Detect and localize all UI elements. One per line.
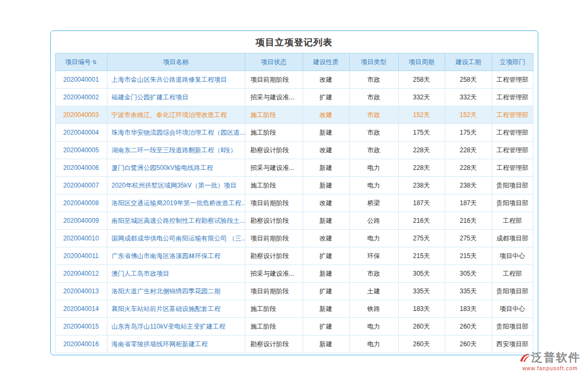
cell-dept: 工程部 [492,212,533,230]
cell-duration: 228天 [445,142,492,159]
table-row[interactable]: 2020040016海南省零陵拱墙线环网柜新建工程勘察设计阶段新建电力260天2… [55,336,533,353]
cell-name[interactable]: 宁波市余姚江、奉化江环境治理改造工程 [107,106,245,124]
cell-type: 市政 [349,142,398,159]
cell-name[interactable]: 湖南东二环一段至三段道路翻新工程（Ⅱ段） [107,142,245,159]
table-row[interactable]: 2020040011广东省佛山市南海区洛溪园林环保工程勘察设计阶段扩建环保215… [55,247,533,265]
cell-name[interactable]: 2020年杭州拱墅区域网35kV（第一批）项目 [107,177,245,194]
cell-name[interactable]: 国网成都成华供电公司南阳运输有限公司 （三... [107,230,245,247]
cell-name[interactable]: 洛阳区交通运输局2019年第一批危桥改造工程... [107,194,245,212]
cell-name[interactable]: 澳门人工岛市政项目 [107,265,245,283]
brand-name: 泛普软件 [531,350,581,365]
cell-code[interactable]: 2020040006 [55,159,107,177]
project-list-panel: 项目立项登记列表 项目编号⇅项目名称项目状态建设性质项目类型项目周期建设工期立项… [50,30,538,355]
cell-dept: 项目中心 [492,300,533,318]
column-header-status[interactable]: 项目状态 [245,53,303,71]
table-row[interactable]: 2020040005湖南东二环一段至三段道路翻新工程（Ⅱ段）勘察设计阶段改建市政… [55,142,533,159]
cell-duration: 332天 [445,89,492,106]
table-header-row: 项目编号⇅项目名称项目状态建设性质项目类型项目周期建设工期立项部门 [55,53,533,71]
cell-status: 招采与建设准... [245,159,303,177]
cell-nature: 新建 [303,300,349,318]
table-row[interactable]: 2020040014襄阳火车站站前片区基础设施配套工程施工阶段新建铁路183天1… [55,300,533,318]
cell-status: 项目前期阶段 [245,71,303,89]
cell-code[interactable]: 2020040007 [55,177,107,194]
cell-type: 环保 [349,247,398,265]
cell-dept: 贵阳项目部 [492,283,533,300]
cell-duration: 238天 [445,177,492,194]
cell-code[interactable]: 2020040003 [55,106,107,124]
cell-code[interactable]: 2020040016 [55,336,107,353]
cell-type: 电力 [349,159,398,177]
cell-name[interactable]: 海南省零陵拱墙线环网柜新建工程 [107,336,245,353]
cell-name[interactable]: 襄阳火车站站前片区基础设施配套工程 [107,300,245,318]
cell-code[interactable]: 2020040009 [55,212,107,230]
cell-name[interactable]: 厦门白鹭洲公园500kV输电线路工程 [107,159,245,177]
cell-name[interactable]: 福建金门公园扩建工程项目 [107,89,245,106]
column-header-name[interactable]: 项目名称 [107,53,245,71]
cell-status: 项目前期阶段 [245,230,303,247]
cell-code[interactable]: 2020040002 [55,89,107,106]
cell-type: 电力 [349,336,398,353]
cell-code[interactable]: 2020040014 [55,300,107,318]
cell-nature: 新建 [303,177,349,194]
cell-name[interactable]: 广东省佛山市南海区洛溪园林环保工程 [107,247,245,265]
cell-dept: 贵阳项目部 [492,194,533,212]
cell-duration: 152天 [445,106,492,124]
table-row[interactable]: 2020040001上海市金山区朱吕公路道路修复工程项目项目前期阶段改建市政25… [55,71,533,89]
column-header-duration[interactable]: 建设工期 [445,53,492,71]
cell-duration: 260天 [445,336,492,353]
table-row[interactable]: 2020040015山东青岛浮山110kV变电站主变扩建工程施工阶段扩建电力26… [55,318,533,336]
table-row[interactable]: 2020040010国网成都成华供电公司南阳运输有限公司 （三...项目前期阶段… [55,230,533,247]
column-header-type[interactable]: 项目类型 [349,53,398,71]
cell-type: 市政 [349,71,398,89]
cell-nature: 新建 [303,159,349,177]
cell-status: 项目前期阶段 [245,194,303,212]
column-header-cycle[interactable]: 项目周期 [398,53,445,71]
cell-code[interactable]: 2020040015 [55,318,107,336]
cell-type: 电力 [349,318,398,336]
table-row[interactable]: 2020040012澳门人工岛市政项目招采与建设准...新建市政305天305天… [55,265,533,283]
cell-cycle: 183天 [398,300,445,318]
cell-type: 铁路 [349,300,398,318]
cell-dept: 工程管理部 [492,89,533,106]
project-table: 项目编号⇅项目名称项目状态建设性质项目类型项目周期建设工期立项部门 202004… [55,53,533,353]
cell-code[interactable]: 2020040005 [55,142,107,159]
cell-code[interactable]: 2020040010 [55,230,107,247]
cell-name[interactable]: 山东青岛浮山110kV变电站主变扩建工程 [107,318,245,336]
column-header-nature[interactable]: 建设性质 [303,53,349,71]
sort-icon[interactable]: ⇅ [92,59,97,65]
table-row[interactable]: 2020040002福建金门公园扩建工程项目招采与建设准...扩建市政332天3… [55,89,533,106]
table-row[interactable]: 2020040006厦门白鹭洲公园500kV输电线路工程招采与建设准...新建电… [55,159,533,177]
column-header-code[interactable]: 项目编号⇅ [55,53,107,71]
cell-nature: 改建 [303,71,349,89]
cell-cycle: 260天 [398,336,445,353]
cell-cycle: 228天 [398,159,445,177]
cell-name[interactable]: 上海市金山区朱吕公路道路修复工程项目 [107,71,245,89]
column-header-label: 项目状态 [261,58,287,66]
cell-nature: 新建 [303,124,349,142]
table-row[interactable]: 20200400072020年杭州拱墅区域网35kV（第一批）项目施工阶段新建电… [55,177,533,194]
column-header-label: 建设性质 [313,58,339,66]
cell-name[interactable]: 南阳至城区高速公路控制性工程勘察试验段土... [107,212,245,230]
cell-code[interactable]: 2020040008 [55,194,107,212]
cell-code[interactable]: 2020040001 [55,71,107,89]
cell-cycle: 260天 [398,318,445,336]
cell-name[interactable]: 洛阳大道广生村北侧锦绣四季花园二期 [107,283,245,300]
cell-status: 招采与建设准... [245,89,303,106]
table-row[interactable]: 2020040009南阳至城区高速公路控制性工程勘察试验段土...勘察设计阶段新… [55,212,533,230]
column-header-label: 项目类型 [361,58,386,66]
cell-code[interactable]: 2020040013 [55,283,107,300]
cell-cycle: 238天 [398,177,445,194]
cell-duration: 275天 [445,230,492,247]
cell-type: 市政 [349,265,398,283]
cell-code[interactable]: 2020040011 [55,247,107,265]
table-row[interactable]: 2020040004珠海市华安物流园综合环境治理工程（园区道...施工阶段新建市… [55,124,533,142]
table-row[interactable]: 2020040003宁波市余姚江、奉化江环境治理改造工程施工阶段改建市政152天… [55,106,533,124]
cell-duration: 335天 [445,283,492,300]
cell-code[interactable]: 2020040012 [55,265,107,283]
cell-code[interactable]: 2020040004 [55,124,107,142]
table-row[interactable]: 2020040013洛阳大道广生村北侧锦绣四季花园二期项目前期阶段扩建土建335… [55,283,533,300]
cell-name[interactable]: 珠海市华安物流园综合环境治理工程（园区道... [107,124,245,142]
cell-cycle: 258天 [398,71,445,89]
column-header-dept[interactable]: 立项部门 [492,53,533,71]
table-row[interactable]: 2020040008洛阳区交通运输局2019年第一批危桥改造工程...项目前期阶… [55,194,533,212]
